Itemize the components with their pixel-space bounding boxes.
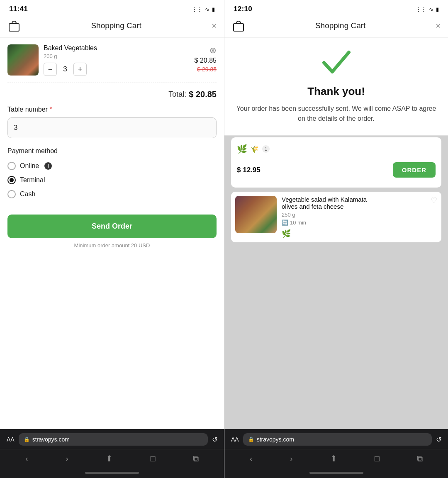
wifi-icon-right: ∿: [429, 6, 433, 12]
nav-forward-left[interactable]: ›: [63, 451, 71, 466]
home-bar-right: [309, 472, 363, 474]
salad-item-time: 🔄 10 min: [282, 219, 437, 226]
badge-num-1: 1: [262, 145, 270, 153]
item-name: Baked Vegetables: [44, 44, 190, 52]
leaf-icon-salad: 🌿: [282, 229, 291, 238]
battery-icon: ▮: [212, 6, 215, 12]
browser-url-bar-left[interactable]: 🔒 stravopys.com: [19, 433, 208, 446]
radio-circle-cash: [7, 190, 16, 198]
bag-icon: [7, 19, 21, 32]
clock-icon-salad: 🔄: [282, 219, 288, 226]
item-image: [7, 44, 39, 76]
url-text-right: stravopys.com: [257, 436, 294, 443]
nav-bookmark-right[interactable]: □: [372, 451, 382, 466]
salad-item-name: Vegetable salad with Kalamata olives and…: [282, 196, 373, 210]
nav-share-left[interactable]: ⬆: [103, 451, 115, 466]
top-bar-right: Shopping Cart ×: [224, 16, 448, 38]
total-amount: $ 20.85: [189, 90, 217, 99]
close-button-left[interactable]: ×: [212, 21, 217, 31]
table-number-section: Table number *: [7, 106, 217, 146]
order-button-1[interactable]: ORDER: [393, 162, 436, 178]
wifi-icon: ∿: [205, 6, 209, 12]
nav-tabs-left[interactable]: ⧉: [190, 451, 201, 466]
battery-icon-right: ▮: [436, 6, 439, 12]
remove-item-btn[interactable]: ⊗: [209, 45, 217, 55]
success-message: Your order has been successfully sent. W…: [234, 104, 438, 124]
radio-cash[interactable]: Cash: [7, 187, 217, 201]
browser-bar-right: AA 🔒 stravopys.com ↺: [224, 429, 448, 449]
signal-icon-right: ⋮⋮: [416, 6, 426, 12]
radio-circle-terminal: [7, 176, 16, 184]
browser-nav-right: ‹ › ⬆ □ ⧉: [224, 449, 448, 469]
status-time-right: 12:10: [234, 5, 252, 13]
salad-item-info: Vegetable salad with Kalamata olives and…: [282, 196, 437, 238]
item-weight: 200 g: [44, 53, 190, 59]
item-qty-row: − 3 +: [44, 63, 190, 76]
nav-bookmark-left[interactable]: □: [148, 451, 158, 466]
lock-icon-left: 🔒: [24, 437, 30, 442]
radio-label-online: Online: [20, 162, 39, 170]
nav-share-right[interactable]: ⬆: [328, 451, 340, 466]
salad-item-weight: 250 g: [282, 212, 437, 218]
cart-item: Baked Vegetables 200 g − 3 + ⊗ $ 20.85 $…: [7, 38, 217, 83]
menu-price-1: $ 12.95: [237, 166, 261, 174]
payment-method-section: Payment method Online i Terminal Cash: [7, 147, 217, 201]
nav-back-right[interactable]: ‹: [247, 451, 255, 466]
status-bar-left: 11:41 ⋮⋮ ∿ ▮: [0, 0, 224, 16]
status-icons-left: ⋮⋮ ∿ ▮: [192, 6, 215, 12]
status-time-left: 11:41: [9, 5, 28, 13]
salad-item-img: [235, 196, 277, 233]
radio-label-terminal: Terminal: [20, 176, 45, 184]
info-badge-online[interactable]: i: [44, 162, 52, 170]
qty-decrease-btn[interactable]: −: [44, 63, 57, 76]
required-star: *: [49, 106, 52, 113]
nav-back-left[interactable]: ‹: [23, 451, 31, 466]
item-price-original: $ 29.85: [197, 66, 217, 73]
checkmark-icon: [234, 50, 438, 79]
salad-icons-row: 🌿: [282, 229, 437, 238]
close-button-right[interactable]: ×: [436, 21, 441, 31]
send-order-button[interactable]: Send Order: [7, 215, 217, 238]
radio-label-cash: Cash: [20, 190, 35, 198]
browser-bar-left: AA 🔒 stravopys.com ↺: [0, 429, 224, 449]
cart-title-left: Shopping Cart: [91, 21, 141, 30]
left-phone-panel: 11:41 ⋮⋮ ∿ ▮ Shopping Cart × Baked Veget…: [0, 0, 224, 478]
item-price-current: $ 20.85: [195, 57, 217, 64]
url-text-left: stravopys.com: [32, 436, 70, 443]
bg-menu-scroll: 🌿 🌾 1 $ 12.95 ORDER: [224, 133, 448, 429]
browser-aa-left[interactable]: AA: [7, 436, 15, 443]
menu-item-salad: Vegetable salad with Kalamata olives and…: [231, 192, 441, 242]
svg-rect-1: [234, 24, 243, 31]
table-number-input[interactable]: [7, 117, 217, 138]
reload-btn-right[interactable]: ↺: [436, 436, 441, 444]
heart-icon-salad[interactable]: ♡: [431, 196, 437, 212]
radio-circle-online: [7, 162, 16, 170]
leaf-icon-1: 🌿: [237, 144, 247, 154]
success-modal: Thank you! Your order has been successfu…: [224, 38, 448, 136]
top-bar-left: Shopping Cart ×: [0, 16, 224, 38]
signal-icon: ⋮⋮: [192, 6, 202, 12]
browser-aa-right[interactable]: AA: [231, 436, 239, 443]
radio-dot-terminal: [10, 178, 14, 182]
salad-img-bg: [235, 196, 277, 233]
browser-nav-left: ‹ › ⬆ □ ⧉: [0, 449, 224, 469]
nav-tabs-right[interactable]: ⧉: [414, 451, 425, 466]
total-label: Total:: [168, 90, 186, 99]
item-price-col: ⊗ $ 20.85 $ 29.85: [195, 44, 217, 73]
radio-terminal[interactable]: Terminal: [7, 173, 217, 187]
nav-forward-right[interactable]: ›: [287, 451, 295, 466]
bag-icon-right: [232, 19, 245, 32]
qty-increase-btn[interactable]: +: [73, 63, 87, 76]
total-row: Total: $ 20.85: [7, 83, 217, 104]
browser-url-bar-right[interactable]: 🔒 stravopys.com: [243, 433, 432, 446]
status-bar-right: 12:10 ⋮⋮ ∿ ▮: [224, 0, 448, 16]
reload-btn-left[interactable]: ↺: [212, 436, 217, 444]
min-order-text: Minimum order amount 20 USD: [7, 242, 217, 249]
right-phone-panel: 12:10 ⋮⋮ ∿ ▮ Shopping Cart × 🌿 🌾: [224, 0, 448, 478]
payment-method-label: Payment method: [7, 147, 217, 155]
cart-title-right: Shopping Cart: [315, 21, 365, 30]
radio-online[interactable]: Online i: [7, 159, 217, 173]
item-details: Baked Vegetables 200 g − 3 +: [44, 44, 190, 76]
status-icons-right: ⋮⋮ ∿ ▮: [416, 6, 439, 12]
grain-icon-1: 🌾: [251, 145, 259, 153]
